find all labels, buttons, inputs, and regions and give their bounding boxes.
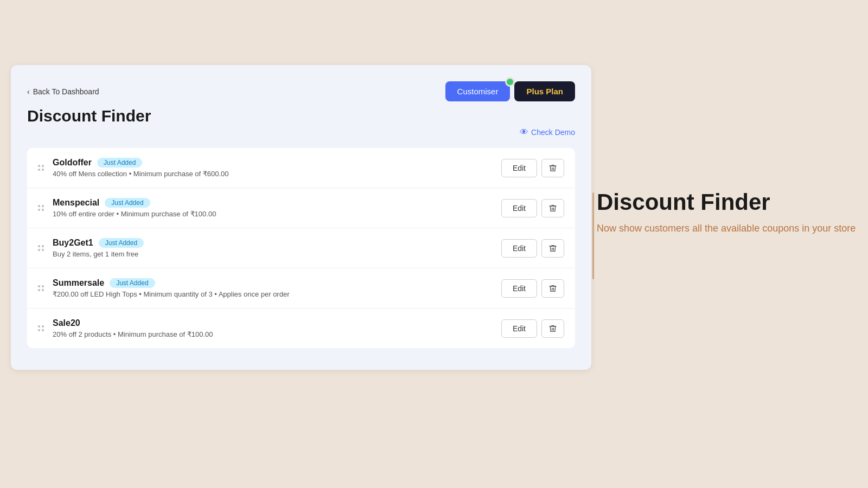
header-buttons: Customiser Plus Plan	[445, 81, 575, 101]
header-row: ‹ Back To Dashboard Customiser Plus Plan	[27, 81, 575, 101]
drag-dot	[42, 165, 44, 167]
item-description: Buy 2 items, get 1 item free	[53, 250, 501, 258]
eye-icon: 👁	[520, 127, 528, 137]
item-name: Summersale	[53, 278, 104, 288]
drag-dot	[38, 285, 40, 287]
drag-dot	[42, 205, 44, 207]
item-actions: Edit	[501, 159, 564, 177]
drag-dot	[42, 249, 44, 251]
check-demo-label: Check Demo	[531, 128, 575, 137]
discount-item: Goldoffer Just Added 40% off Mens collec…	[27, 148, 575, 188]
green-dot-indicator	[505, 77, 515, 87]
drag-dot	[42, 289, 44, 291]
item-name-row: Summersale Just Added	[53, 278, 501, 288]
drag-dot	[38, 169, 40, 171]
drag-dot	[38, 209, 40, 211]
delete-button[interactable]	[541, 239, 564, 258]
just-added-badge: Just Added	[105, 198, 150, 208]
drag-dot	[42, 169, 44, 171]
drag-dot	[38, 325, 40, 328]
discount-item: Sale20 20% off 2 products • Minimum purc…	[27, 309, 575, 348]
drag-dot	[38, 289, 40, 291]
drag-handle[interactable]	[38, 325, 44, 331]
discount-item: Summersale Just Added ₹200.00 off LED Hi…	[27, 268, 575, 309]
right-panel: Discount Finder Now show customers all t…	[597, 190, 857, 236]
drag-handle-row	[38, 205, 44, 207]
drag-handle[interactable]	[38, 205, 44, 211]
item-name: Goldoffer	[53, 158, 92, 168]
check-demo-row: 👁 Check Demo	[27, 127, 575, 137]
trash-icon	[548, 244, 557, 253]
trash-icon	[548, 204, 557, 213]
item-name-row: Buy2Get1 Just Added	[53, 238, 501, 248]
drag-handle[interactable]	[38, 165, 44, 171]
item-name: Sale20	[53, 318, 80, 328]
drag-handle[interactable]	[38, 245, 44, 251]
drag-handle-row	[38, 329, 44, 331]
just-added-badge: Just Added	[110, 278, 155, 288]
trash-icon	[548, 324, 557, 333]
delete-button[interactable]	[541, 279, 564, 298]
vertical-bar	[592, 192, 594, 279]
delete-button[interactable]	[541, 319, 564, 338]
drag-dot	[42, 285, 44, 287]
item-info: Goldoffer Just Added 40% off Mens collec…	[53, 158, 501, 178]
back-arrow-icon: ‹	[27, 87, 30, 96]
back-to-dashboard-link[interactable]: ‹ Back To Dashboard	[27, 87, 99, 96]
main-panel: ‹ Back To Dashboard Customiser Plus Plan…	[11, 65, 591, 370]
just-added-badge: Just Added	[99, 238, 144, 248]
drag-dot	[42, 245, 44, 247]
drag-dot	[38, 329, 40, 331]
delete-button[interactable]	[541, 159, 564, 177]
page-title: Discount Finder	[27, 107, 575, 125]
discount-list: Goldoffer Just Added 40% off Mens collec…	[27, 148, 575, 348]
drag-dot	[38, 205, 40, 207]
drag-handle-row	[38, 165, 44, 167]
item-description: 20% off 2 products • Minimum purchase of…	[53, 330, 501, 338]
right-panel-description: Now show customers all the available cou…	[597, 221, 857, 236]
just-added-badge: Just Added	[97, 158, 142, 168]
back-label: Back To Dashboard	[33, 87, 99, 96]
drag-dot	[38, 249, 40, 251]
item-name-row: Sale20	[53, 318, 501, 328]
plus-plan-button[interactable]: Plus Plan	[514, 81, 575, 101]
item-actions: Edit	[501, 239, 564, 258]
trash-icon	[548, 284, 557, 293]
item-name: Buy2Get1	[53, 238, 93, 248]
item-description: 10% off entire order • Minimum purchase …	[53, 210, 501, 218]
drag-dot	[42, 209, 44, 211]
item-actions: Edit	[501, 319, 564, 338]
drag-handle-row	[38, 209, 44, 211]
drag-dot	[38, 245, 40, 247]
item-description: ₹200.00 off LED High Tops • Minimum quan…	[53, 290, 501, 298]
check-demo-link[interactable]: 👁 Check Demo	[520, 127, 575, 137]
item-description: 40% off Mens collection • Minimum purcha…	[53, 170, 501, 178]
edit-button[interactable]: Edit	[501, 239, 537, 258]
drag-handle-row	[38, 249, 44, 251]
item-actions: Edit	[501, 279, 564, 298]
delete-button[interactable]	[541, 199, 564, 217]
right-panel-title: Discount Finder	[597, 190, 857, 215]
item-info: Sale20 20% off 2 products • Minimum purc…	[53, 318, 501, 338]
item-name-row: Goldoffer Just Added	[53, 158, 501, 168]
edit-button[interactable]: Edit	[501, 279, 537, 298]
item-info: Summersale Just Added ₹200.00 off LED Hi…	[53, 278, 501, 298]
edit-button[interactable]: Edit	[501, 199, 537, 217]
drag-handle-row	[38, 285, 44, 287]
edit-button[interactable]: Edit	[501, 319, 537, 338]
discount-item: Menspecial Just Added 10% off entire ord…	[27, 188, 575, 228]
drag-dot	[42, 329, 44, 331]
drag-handle-row	[38, 245, 44, 247]
edit-button[interactable]: Edit	[501, 159, 537, 177]
drag-handle[interactable]	[38, 285, 44, 291]
discount-item: Buy2Get1 Just Added Buy 2 items, get 1 i…	[27, 228, 575, 268]
drag-handle-row	[38, 169, 44, 171]
item-name: Menspecial	[53, 198, 99, 208]
customiser-button[interactable]: Customiser	[445, 81, 510, 101]
item-actions: Edit	[501, 199, 564, 217]
trash-icon	[548, 164, 557, 172]
drag-dot	[42, 325, 44, 328]
drag-dot	[38, 165, 40, 167]
item-name-row: Menspecial Just Added	[53, 198, 501, 208]
item-info: Buy2Get1 Just Added Buy 2 items, get 1 i…	[53, 238, 501, 258]
